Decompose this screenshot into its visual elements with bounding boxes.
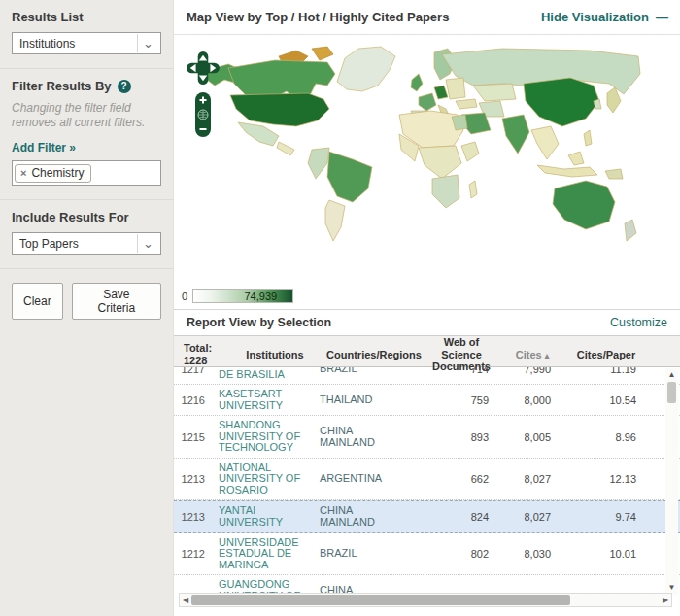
results-list-section: Results List Institutions ⌄ bbox=[0, 0, 173, 69]
table-row[interactable]: 1216KASETSART UNIVERSITYTHAILAND7598,000… bbox=[174, 385, 680, 416]
region-colombia-peru[interactable] bbox=[308, 148, 329, 179]
region-central-america[interactable] bbox=[277, 142, 294, 155]
cites-cell: 8,000 bbox=[494, 394, 559, 406]
map-controls bbox=[186, 51, 221, 138]
minus-icon: — bbox=[656, 10, 667, 24]
table-header: Total: 1228 Institutions Countries/Regio… bbox=[174, 335, 680, 367]
map-panel-header: Map View by Top / Hot / Highly Cited Pap… bbox=[174, 0, 680, 35]
table-row[interactable]: 1213NATIONAL UNIVERSITY OF ROSARIOARGENT… bbox=[174, 459, 680, 501]
region-turkey[interactable] bbox=[456, 99, 477, 109]
table-row[interactable]: 1211GUANGDONG UNIVERSITY OF TECHNOLOGYCH… bbox=[174, 575, 680, 594]
region-papua-new-guinea[interactable] bbox=[605, 169, 623, 179]
table-row[interactable]: 1217UNIVERSIDADE DE BRASILIABRAZIL7147,9… bbox=[174, 367, 680, 385]
region-france[interactable] bbox=[419, 93, 436, 111]
region-mexico[interactable] bbox=[238, 122, 279, 146]
col-cites[interactable]: Cites ▴ bbox=[500, 349, 564, 361]
region-southeast-asia[interactable] bbox=[531, 126, 559, 159]
vertical-scroll-thumb[interactable] bbox=[667, 382, 676, 403]
add-filter-link[interactable]: Add Filter » bbox=[12, 141, 76, 154]
rank-cell: 1217 bbox=[174, 367, 219, 375]
cites-cell: 8,027 bbox=[494, 473, 559, 485]
scroll-left-icon[interactable]: ◀ bbox=[180, 596, 191, 604]
filter-note: Changing the filter field removes all cu… bbox=[12, 101, 161, 130]
documents-cell: 893 bbox=[417, 431, 494, 443]
filter-tag-label: Chemistry bbox=[31, 166, 84, 180]
region-brazil[interactable] bbox=[327, 152, 372, 202]
pan-control[interactable] bbox=[186, 51, 221, 86]
main-panel: Map View by Top / Hot / Highly Cited Pap… bbox=[174, 0, 680, 616]
region-canada[interactable] bbox=[228, 60, 335, 99]
region-usa[interactable] bbox=[230, 93, 329, 126]
scroll-right-icon[interactable]: ▶ bbox=[660, 596, 671, 604]
rank-cell: 1213 bbox=[174, 473, 219, 485]
country-cell: ARGENTINA bbox=[320, 473, 391, 485]
filter-section: Filter Results By ? Changing the filter … bbox=[0, 69, 173, 200]
table-row[interactable]: 1212UNIVERSIDADE ESTADUAL DE MARINGABRAZ… bbox=[174, 533, 680, 576]
filter-heading: Filter Results By ? bbox=[12, 79, 161, 93]
table-body: 1217UNIVERSIDADE DE BRASILIABRAZIL7147,9… bbox=[174, 367, 680, 594]
col-countries[interactable]: Countries/Regions bbox=[325, 349, 423, 361]
country-cell: CHINA MAINLAND bbox=[320, 505, 391, 528]
institution-cell: YANTAI UNIVERSITY bbox=[219, 505, 310, 528]
institution-cell: KASETSART UNIVERSITY bbox=[219, 389, 310, 411]
region-germany[interactable] bbox=[434, 86, 448, 99]
sidebar: Results List Institutions ⌄ Filter Resul… bbox=[0, 0, 174, 616]
table-row[interactable]: 1215SHANDONG UNIVERSITY OF TECHNOLOGYCHI… bbox=[174, 416, 680, 459]
include-results-select[interactable]: Top Papers ⌄ bbox=[12, 232, 161, 255]
legend-min: 0 bbox=[182, 291, 187, 302]
country-cell: BRAZIL bbox=[320, 367, 391, 374]
include-results-value: Top Papers bbox=[19, 237, 79, 251]
customize-link[interactable]: Customize bbox=[610, 316, 667, 329]
documents-cell: 759 bbox=[417, 394, 494, 406]
map-legend: 0 74,939 bbox=[182, 289, 293, 303]
chevron-down-icon: ⌄ bbox=[137, 234, 158, 253]
region-indonesia[interactable] bbox=[537, 165, 597, 177]
region-argentina[interactable] bbox=[325, 200, 345, 241]
region-central-asia[interactable] bbox=[473, 84, 516, 101]
include-results-section: Include Results For Top Papers ⌄ bbox=[0, 200, 173, 269]
legend-gradient: 74,939 bbox=[192, 289, 293, 303]
world-map[interactable] bbox=[182, 41, 667, 274]
zoom-control[interactable] bbox=[194, 91, 212, 138]
region-uk[interactable] bbox=[411, 74, 423, 91]
vertical-scrollbar[interactable]: ▲ ▼ bbox=[665, 368, 678, 595]
clear-button[interactable]: Clear bbox=[12, 283, 63, 320]
table-row[interactable]: 1213YANTAI UNIVERSITYCHINA MAINLAND8248,… bbox=[174, 500, 680, 532]
region-east-africa[interactable] bbox=[461, 142, 479, 161]
col-cites-label: Cites bbox=[516, 349, 542, 360]
region-japan[interactable] bbox=[607, 87, 621, 113]
results-list-select[interactable]: Institutions ⌄ bbox=[12, 32, 161, 54]
report-header: Report View by Selection Customize bbox=[174, 309, 680, 335]
region-south-africa[interactable] bbox=[432, 175, 459, 208]
cites-cell: 8,027 bbox=[494, 511, 559, 523]
region-india[interactable] bbox=[502, 115, 529, 154]
region-eastern-europe[interactable] bbox=[446, 78, 465, 99]
region-philippines[interactable] bbox=[584, 130, 592, 146]
region-new-zealand[interactable] bbox=[625, 220, 636, 241]
institution-cell: UNIVERSIDADE DE BRASILIA bbox=[219, 367, 310, 380]
horizontal-scrollbar[interactable]: ◀ ▶ bbox=[179, 593, 672, 607]
col-cites-per-paper[interactable]: Cites/Paper bbox=[564, 349, 648, 361]
cites-per-paper-cell: 10.54 bbox=[559, 394, 642, 406]
remove-filter-icon[interactable]: × bbox=[20, 167, 26, 179]
region-australia[interactable] bbox=[553, 181, 615, 229]
region-borneo[interactable] bbox=[568, 152, 584, 165]
filter-tag-chemistry[interactable]: × Chemistry bbox=[15, 164, 91, 183]
documents-cell: 802 bbox=[417, 548, 494, 560]
help-icon[interactable]: ? bbox=[118, 80, 131, 93]
horizontal-scroll-thumb[interactable] bbox=[191, 595, 570, 605]
region-china[interactable] bbox=[524, 78, 599, 126]
save-criteria-button[interactable]: Save Criteria bbox=[72, 283, 161, 320]
cites-per-paper-cell: 12.13 bbox=[559, 473, 642, 485]
report-title: Report View by Selection bbox=[187, 316, 331, 329]
region-central-africa[interactable] bbox=[419, 146, 461, 179]
hide-visualization-link[interactable]: Hide Visualization — bbox=[541, 10, 667, 24]
region-madagascar[interactable] bbox=[469, 181, 477, 198]
filter-tag-box[interactable]: × Chemistry bbox=[12, 160, 161, 186]
col-institutions[interactable]: Institutions bbox=[224, 349, 325, 361]
region-greenland[interactable] bbox=[337, 47, 395, 91]
institution-cell: GUANGDONG UNIVERSITY OF TECHNOLOGY bbox=[219, 579, 310, 594]
sidebar-buttons: Clear Save Criteria bbox=[0, 269, 173, 333]
region-arctic-islands[interactable] bbox=[312, 47, 333, 60]
scroll-up-icon[interactable]: ▲ bbox=[668, 368, 676, 382]
